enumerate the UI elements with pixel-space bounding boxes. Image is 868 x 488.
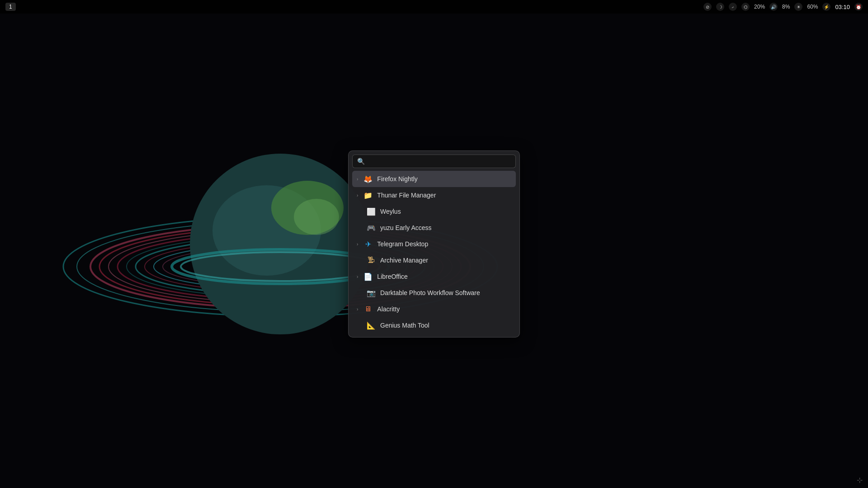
app-icon: ⬜ [367,207,376,216]
app-list: ›🦊Firefox Nightly›📁Thunar File Manager⬜W… [352,171,516,333]
volume-level: 20% [754,4,765,10]
app-name: Darktable Photo Workflow Software [380,289,511,296]
app-item[interactable]: 📐Genius Math Tool [352,317,516,333]
app-name: Firefox Nightly [377,175,511,183]
app-name: Alacritty [377,305,511,313]
app-item[interactable]: ›🦊Firefox Nightly [352,171,516,187]
app-name: LibreOffice [377,273,511,280]
app-launcher: 🔍 ›🦊Firefox Nightly›📁Thunar File Manager… [348,150,520,338]
wifi-icon: ⌿ [729,3,737,11]
app-item[interactable]: 🎮yuzu Early Access [352,220,516,236]
battery-icon: ⚡ [822,3,830,11]
chevron-right-icon: › [357,242,358,247]
app-name: yuzu Early Access [380,224,511,231]
moon-icon: ☽ [716,3,724,11]
search-icon: 🔍 [357,158,365,165]
chevron-right-icon: › [357,193,358,198]
app-item[interactable]: ›✈Telegram Desktop [352,236,516,252]
bluetooth-icon: ⌬ [741,3,750,11]
topbar-left: 1 [5,3,16,11]
battery-level: 60% [807,4,818,10]
topbar: 1 ⊘ ☽ ⌿ ⌬ 20% 🔊 8% ☀ 60% ⚡ 03:10 ⏰ [0,0,868,14]
chevron-right-icon: › [357,274,358,279]
brightness-icon: ☀ [794,3,802,11]
app-item[interactable]: ›🖥Alacritty [352,301,516,317]
app-item[interactable]: 📷Darktable Photo Workflow Software [352,285,516,301]
app-name: Weylus [380,208,511,215]
chevron-right-icon: › [357,177,358,182]
app-item[interactable]: ›📁Thunar File Manager [352,187,516,203]
app-item[interactable]: 🗜Archive Manager [352,252,516,268]
app-name: Telegram Desktop [377,240,511,248]
app-name: Genius Math Tool [380,322,511,329]
app-icon: 🗜 [367,256,376,265]
launcher-overlay: 🔍 ›🦊Firefox Nightly›📁Thunar File Manager… [0,0,868,488]
clock: 03:10 [835,4,850,10]
app-name: Archive Manager [380,257,511,264]
bottom-right-icon: ⊹ [857,476,863,484]
app-name: Thunar File Manager [377,192,511,199]
camera-off-icon: ⊘ [703,3,712,11]
app-icon: 📁 [363,191,373,200]
app-icon: 🎮 [367,223,376,232]
app-icon: 🦊 [363,174,373,183]
app-item[interactable]: ⬜Weylus [352,203,516,220]
clock-icon: ⏰ [854,3,863,11]
app-icon: 📐 [367,321,376,330]
brightness-level: 8% [782,4,790,10]
app-icon: 📄 [363,272,373,281]
topbar-right: ⊘ ☽ ⌿ ⌬ 20% 🔊 8% ☀ 60% ⚡ 03:10 ⏰ [703,3,863,11]
volume-icon: 🔊 [769,3,778,11]
workspace-indicator[interactable]: 1 [5,3,16,11]
search-box[interactable]: 🔍 [352,155,516,168]
chevron-right-icon: › [357,307,358,312]
app-icon: 🖥 [363,305,373,314]
app-item[interactable]: ›📄LibreOffice [352,268,516,285]
search-input[interactable] [368,158,511,165]
app-icon: ✈ [363,239,373,249]
app-icon: 📷 [367,288,376,297]
